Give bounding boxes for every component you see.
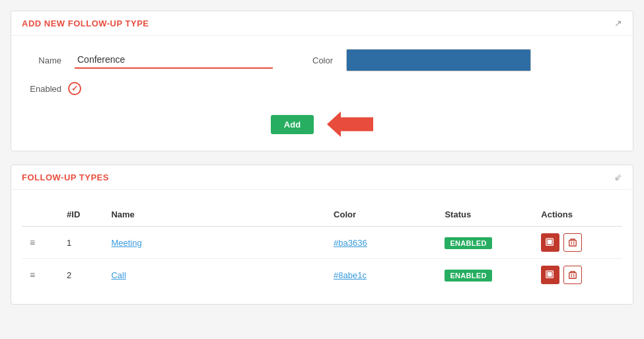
th-color: Color xyxy=(326,203,437,227)
color-swatch[interactable] xyxy=(346,49,531,71)
color-value: #ba3636 xyxy=(334,238,367,248)
list-panel-body: #ID Name Color Status Actions ≡ 1 Meetin… xyxy=(11,190,633,304)
delete-icon xyxy=(568,238,577,247)
row-name[interactable]: Meeting xyxy=(103,227,326,259)
checkmark-icon: ✓ xyxy=(71,84,78,93)
drag-handle[interactable]: ≡ xyxy=(22,259,59,291)
th-drag xyxy=(22,203,59,227)
drag-handle[interactable]: ≡ xyxy=(22,227,59,259)
enabled-row: Enabled ✓ xyxy=(22,82,622,95)
drag-icon: ≡ xyxy=(30,270,35,280)
followup-types-panel: FOLLOW-UP TYPES ⇙ #ID Name Color Status … xyxy=(11,165,633,305)
list-panel-header: FOLLOW-UP TYPES ⇙ xyxy=(11,165,633,190)
color-value: #8abe1c xyxy=(334,270,367,280)
table-header-row: #ID Name Color Status Actions xyxy=(22,203,622,227)
name-label: Name xyxy=(22,56,61,65)
row-color: #8abe1c xyxy=(326,259,437,291)
th-id: #ID xyxy=(59,203,103,227)
add-followup-panel: ADD NEW FOLLOW-UP TYPE ↗ Name Color Enab… xyxy=(11,11,633,151)
edit-button[interactable] xyxy=(541,266,559,284)
row-color: #ba3636 xyxy=(326,227,437,259)
table-row: ≡ 1 Meeting #ba3636 ENABLED xyxy=(22,227,622,259)
add-panel-body: Name Color Enabled ✓ Add xyxy=(11,36,633,151)
row-name[interactable]: Call xyxy=(103,259,326,291)
name-input[interactable] xyxy=(75,52,273,69)
status-badge: ENABLED xyxy=(445,270,491,282)
add-panel-header: ADD NEW FOLLOW-UP TYPE ↗ xyxy=(11,11,633,36)
color-group: Color xyxy=(312,49,531,71)
list-panel-title: FOLLOW-UP TYPES xyxy=(22,172,109,182)
add-button-row: Add xyxy=(22,108,622,137)
svg-rect-3 xyxy=(569,241,577,246)
row-id: 2 xyxy=(59,259,103,291)
th-status: Status xyxy=(437,203,533,227)
edit-icon xyxy=(546,270,555,280)
name-color-row: Name Color xyxy=(22,49,622,71)
followup-table: #ID Name Color Status Actions ≡ 1 Meetin… xyxy=(22,203,622,291)
delete-button[interactable] xyxy=(563,233,582,252)
add-panel-expand-icon[interactable]: ↗ xyxy=(614,18,622,28)
row-id: 1 xyxy=(59,227,103,259)
name-link[interactable]: Meeting xyxy=(111,238,141,248)
status-badge: ENABLED xyxy=(445,237,491,249)
actions-cell xyxy=(541,266,614,284)
svg-rect-2 xyxy=(548,240,552,245)
edit-button[interactable] xyxy=(541,233,559,252)
row-status: ENABLED xyxy=(437,259,533,291)
th-actions: Actions xyxy=(533,203,622,227)
drag-icon: ≡ xyxy=(30,237,35,248)
svg-rect-10 xyxy=(548,272,552,277)
svg-rect-11 xyxy=(569,273,577,279)
enabled-checkbox[interactable]: ✓ xyxy=(68,82,81,95)
name-link[interactable]: Call xyxy=(111,270,125,280)
delete-button[interactable] xyxy=(563,266,582,284)
row-actions xyxy=(533,259,622,291)
th-name: Name xyxy=(103,203,326,227)
color-label: Color xyxy=(312,56,333,65)
actions-cell xyxy=(541,233,614,252)
list-panel-expand-icon[interactable]: ⇙ xyxy=(614,172,622,182)
add-panel-title: ADD NEW FOLLOW-UP TYPE xyxy=(22,19,149,28)
arrow-icon xyxy=(327,111,373,137)
row-actions xyxy=(533,227,622,259)
add-button[interactable]: Add xyxy=(271,115,314,134)
delete-icon xyxy=(568,270,577,280)
edit-icon xyxy=(546,238,555,247)
svg-marker-0 xyxy=(327,112,373,137)
enabled-label: Enabled xyxy=(22,84,61,94)
table-row: ≡ 2 Call #8abe1c ENABLED xyxy=(22,259,622,291)
row-status: ENABLED xyxy=(437,227,533,259)
